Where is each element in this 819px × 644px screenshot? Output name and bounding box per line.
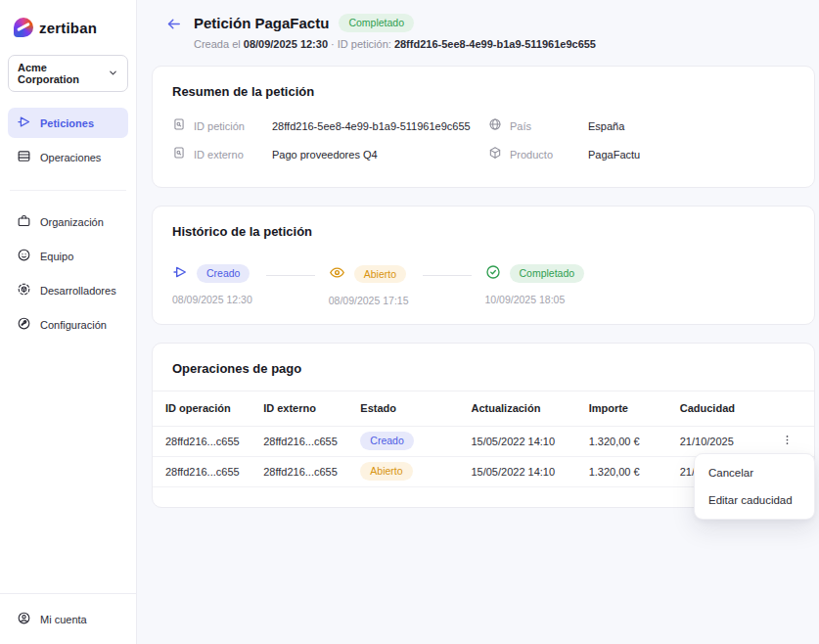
sidebar-item-label: Configuración <box>40 319 107 331</box>
field-label: ID petición <box>194 120 264 132</box>
main-content: Petición PagaFactu Completado Creada el … <box>137 0 819 644</box>
table-row: 28ffd216...c655 28ffd216...c655 Creado 1… <box>153 426 814 456</box>
timeline-badge: Completado <box>510 264 585 283</box>
page-subtitle: Creada el 08/09/2025 12:30 · ID petición… <box>194 38 596 50</box>
field-value: 28ffd216-5ee8-4e99-b1a9-511961e9c655 <box>272 120 471 132</box>
history-card: Histórico de la petición Creado 08/09/20… <box>152 206 815 325</box>
timeline-date: 10/09/2025 18:05 <box>485 294 585 305</box>
row-actions-button[interactable] <box>775 431 799 452</box>
sidebar-item-equipo[interactable]: Equipo <box>8 241 128 271</box>
sidebar-item-label: Desarrolladores <box>40 285 116 297</box>
timeline-badge: Abierto <box>354 265 406 284</box>
page-title: Petición PagaFactu <box>194 15 329 31</box>
cell-actualizacion: 15/05/2022 14:10 <box>471 456 588 486</box>
sidebar-item-configuracion[interactable]: Configuración <box>8 309 128 340</box>
field-producto: Producto PagaFactu <box>488 141 795 169</box>
sidebar-divider <box>10 190 126 191</box>
sidebar-item-label: Equipo <box>40 251 73 262</box>
col-header-importe: Importe <box>589 391 680 426</box>
status-badge: Completado <box>339 14 414 32</box>
cell-importe: 1.320,00 € <box>589 426 680 456</box>
petition-id: 28ffd216-5ee8-4e99-b1a9-511961e9c655 <box>394 38 596 50</box>
operations-card: Operaciones de pago ID operación ID exte… <box>152 343 815 508</box>
sidebar-item-mi-cuenta[interactable]: Mi cuenta <box>8 604 128 634</box>
col-header-estado: Estado <box>360 391 471 426</box>
sidebar-item-organizacion[interactable]: Organización <box>8 207 128 237</box>
field-label: ID externo <box>194 149 264 161</box>
menu-item-editar-caducidad[interactable]: Editar caducidad <box>695 486 814 514</box>
field-id-externo: ID externo Pago proveedores Q4 <box>172 141 478 169</box>
back-button[interactable] <box>165 14 182 35</box>
sidebar-item-label: Operaciones <box>40 152 101 163</box>
menu-item-cancelar[interactable]: Cancelar <box>695 459 814 486</box>
field-label: País <box>510 120 580 132</box>
document-search-icon <box>172 117 186 135</box>
page-header: Petición PagaFactu Completado Creada el … <box>152 14 815 50</box>
sidebar-item-desarrolladores[interactable]: Desarrolladores <box>8 275 128 305</box>
chevron-down-icon <box>108 65 118 82</box>
summary-card-title: Resumen de la petición <box>172 84 795 99</box>
summary-card: Resumen de la petición ID petición 28ffd… <box>152 66 815 188</box>
send-icon <box>17 115 31 131</box>
document-search-icon <box>172 146 186 163</box>
sidebar-item-peticiones[interactable]: Peticiones <box>8 108 128 138</box>
sidebar-item-label: Peticiones <box>40 117 94 129</box>
timeline-connector <box>266 275 315 277</box>
sidebar: zertiban Acme Corporation Peticiones Ope… <box>0 0 137 644</box>
cell-id-operacion: 28ffd216...c655 <box>153 456 263 486</box>
sidebar-item-operaciones[interactable]: Operaciones <box>8 142 128 172</box>
field-value: PagaFactu <box>588 149 640 161</box>
check-circle-icon <box>485 264 501 284</box>
timeline-step-completado: Completado 10/09/2025 18:05 <box>485 264 585 305</box>
col-header-id-operacion: ID operación <box>153 391 263 426</box>
eye-icon <box>329 264 345 285</box>
timeline-badge: Creado <box>197 264 250 283</box>
globe-icon <box>488 117 502 135</box>
col-header-id-externo: ID externo <box>263 391 360 426</box>
org-selector-label: Acme Corporation <box>18 62 108 85</box>
row-actions-menu: Cancelar Editar caducidad <box>694 453 815 520</box>
field-label: Producto <box>510 149 580 161</box>
field-value: España <box>588 120 624 132</box>
org-selector[interactable]: Acme Corporation <box>8 55 128 92</box>
cell-id-externo: 28ffd216...c655 <box>263 426 360 456</box>
timeline-date: 08/09/2025 17:15 <box>329 295 409 306</box>
brand-logo: zertiban <box>8 18 128 37</box>
operations-card-title: Operaciones de pago <box>172 361 795 376</box>
settings-icon <box>17 316 31 333</box>
col-header-actualizacion: Actualización <box>471 391 588 426</box>
cell-status-badge: Creado <box>360 432 413 450</box>
package-icon <box>488 146 502 163</box>
cell-importe: 1.320,00 € <box>589 456 680 486</box>
field-pais: País España <box>488 113 795 141</box>
sidebar-item-label: Organización <box>40 216 104 228</box>
user-icon <box>17 611 31 627</box>
developers-icon <box>17 282 31 299</box>
cell-id-operacion: 28ffd216...c655 <box>153 426 263 456</box>
timeline-step-abierto: Abierto 08/09/2025 17:15 <box>329 264 409 306</box>
sidebar-item-label: Mi cuenta <box>40 614 87 625</box>
field-id-peticion: ID petición 28ffd216-5ee8-4e99-b1a9-5119… <box>172 113 478 141</box>
created-at: 08/09/2025 12:30 <box>244 38 328 50</box>
history-card-title: Histórico de la petición <box>172 224 795 239</box>
briefcase-icon <box>17 213 31 230</box>
cell-actualizacion: 15/05/2022 14:10 <box>471 426 588 456</box>
brand-logo-icon <box>14 18 33 37</box>
timeline-date: 08/09/2025 12:30 <box>172 294 252 305</box>
timeline-connector <box>423 275 472 277</box>
brand-name: zertiban <box>39 20 97 36</box>
send-icon <box>172 264 188 284</box>
petition-timeline: Creado 08/09/2025 12:30 Abierto 08/09/20… <box>172 264 795 306</box>
field-value: Pago proveedores Q4 <box>272 149 378 161</box>
sidebar-footer-divider <box>0 593 136 594</box>
team-icon <box>17 248 31 264</box>
rows-icon <box>17 149 31 165</box>
cell-id-externo: 28ffd216...c655 <box>263 456 360 486</box>
col-header-caducidad: Caducidad <box>680 391 775 426</box>
cell-caducidad: 21/10/2025 <box>680 426 775 456</box>
timeline-step-creado: Creado 08/09/2025 12:30 <box>172 264 252 305</box>
cell-status-badge: Abierto <box>360 462 412 481</box>
